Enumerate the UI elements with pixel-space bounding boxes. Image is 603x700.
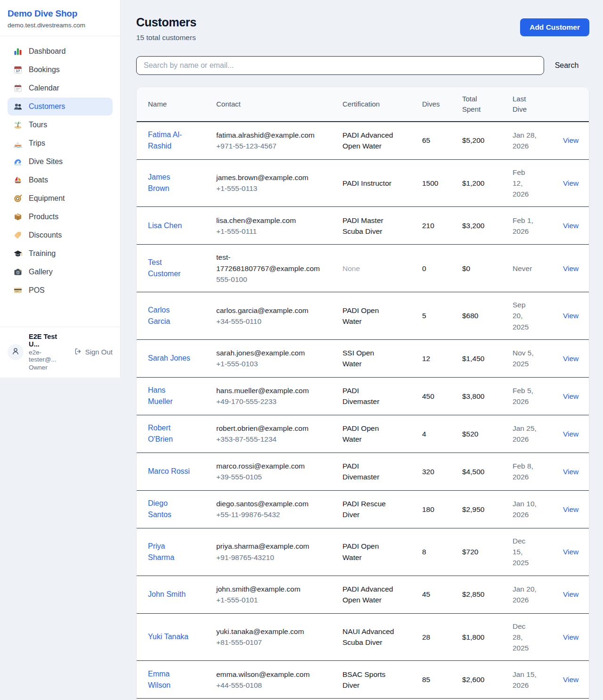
customer-certification: PADI Rescue Diver (342, 491, 401, 527)
customer-name-link[interactable]: Yuki Tanaka (148, 631, 188, 642)
view-link[interactable]: View (563, 633, 579, 641)
customer-certification: SSI Open Water (342, 340, 401, 377)
customer-dives: 0 (422, 256, 462, 281)
view-link[interactable]: View (563, 430, 579, 438)
brand-name: Demo Dive Shop (8, 8, 113, 19)
customer-last-dive: Feb 5, 2026 (513, 378, 543, 414)
customer-certification: PADI Open Water (342, 416, 401, 452)
customer-name-link[interactable]: Carlos Garcia (148, 305, 192, 327)
customer-phone: +1-555-0113 (216, 183, 337, 194)
sidebar-item-label: Trips (29, 139, 45, 148)
customer-certification: PADI Advanced Open Water (342, 123, 401, 159)
customer-email: robert.obrien@example.com (216, 423, 322, 434)
customer-email: john.smith@example.com (216, 584, 322, 594)
table-header-row: NameContactCertificationDivesTotal Spent… (137, 87, 589, 122)
customer-dives: 85 (422, 667, 462, 692)
customer-email: james.brown@example.com (216, 172, 322, 183)
sidebar-item-discounts[interactable]: Discounts (8, 226, 113, 244)
view-link[interactable]: View (563, 264, 579, 272)
sidebar-item-calendar[interactable]: Calendar (8, 79, 113, 97)
sign-out-button[interactable]: Sign Out (74, 347, 113, 357)
customer-dives: 320 (422, 459, 462, 484)
sidebar-item-training[interactable]: Training (8, 245, 113, 263)
view-link[interactable]: View (563, 222, 579, 230)
customer-total-spent: $2,600 (462, 667, 513, 692)
view-link[interactable]: View (563, 136, 579, 144)
sidebar-item-pos[interactable]: POS (8, 281, 113, 299)
discounts-icon (13, 231, 23, 240)
view-link[interactable]: View (563, 354, 579, 362)
customer-total-spent: $3,800 (462, 384, 513, 409)
sidebar-item-tours[interactable]: Tours (8, 116, 113, 134)
customer-last-dive: Feb 8, 2026 (513, 453, 543, 490)
customer-name-link[interactable]: Robert O'Brien (148, 422, 192, 445)
sidebar-item-dive-sites[interactable]: Dive Sites (8, 153, 113, 171)
sidebar-item-boats[interactable]: Boats (8, 171, 113, 189)
view-link[interactable]: View (563, 505, 579, 513)
sidebar-item-bookings[interactable]: 17 Bookings (8, 61, 113, 79)
sidebar-item-products[interactable]: Products (8, 208, 113, 226)
customer-total-spent: $1,800 (462, 625, 513, 650)
sign-out-label: Sign Out (85, 348, 113, 356)
customer-phone: +49-170-555-2233 (216, 396, 337, 407)
customer-name-link[interactable]: Emma Wilson (148, 668, 192, 691)
customer-name-link[interactable]: James Brown (148, 172, 192, 194)
customer-certification: PADI Master Scuba Diver (342, 208, 401, 244)
add-customer-button[interactable]: Add Customer (520, 18, 589, 36)
dive-sites-icon (13, 157, 23, 166)
customer-email: diego.santos@example.com (216, 498, 322, 509)
view-link[interactable]: View (563, 312, 579, 320)
sidebar-item-gallery[interactable]: Gallery (8, 263, 113, 281)
table-row: Fatima Al-Rashid fatima.alrashid@example… (137, 122, 589, 160)
sidebar-item-label: Dive Sites (29, 157, 63, 166)
sidebar-item-trips[interactable]: Trips (8, 134, 113, 152)
customer-name-link[interactable]: Test Customer (148, 257, 192, 280)
customer-certification: NAUI Advanced Scuba Diver (342, 619, 401, 655)
customer-last-dive: Sep 20, 2025 (513, 292, 543, 339)
training-icon (13, 249, 23, 258)
customer-name-link[interactable]: Fatima Al-Rashid (148, 129, 192, 152)
sidebar-nav: Dashboard 17 Bookings Calendar Customers… (0, 36, 120, 305)
customer-name-link[interactable]: Hans Mueller (148, 385, 192, 407)
customer-certification: PADI Open Water (342, 534, 401, 570)
customer-name-link[interactable]: Priya Sharma (148, 541, 192, 563)
sidebar-item-label: POS (29, 286, 45, 295)
view-link[interactable]: View (563, 548, 579, 556)
table-row: Priya Sharma priya.sharma@example.com +9… (137, 528, 589, 576)
sidebar-item-customers[interactable]: Customers (8, 98, 113, 115)
svg-text:17: 17 (16, 69, 20, 73)
column-header-last-dive: Last Dive (513, 87, 532, 121)
customer-total-spent: $720 (462, 539, 513, 564)
customer-name-link[interactable]: John Smith (148, 589, 186, 600)
view-link[interactable]: View (563, 468, 579, 476)
column-header-actions (563, 98, 578, 111)
sidebar-item-dashboard[interactable]: Dashboard (8, 42, 113, 60)
view-link[interactable]: View (563, 392, 579, 400)
view-link[interactable]: View (563, 675, 579, 684)
customer-name-link[interactable]: Marco Rossi (148, 466, 190, 477)
search-button[interactable]: Search (544, 61, 589, 70)
column-header-total-spent: Total Spent (462, 87, 486, 121)
pos-icon (13, 286, 23, 295)
view-link[interactable]: View (563, 590, 579, 598)
customer-name-link[interactable]: Diego Santos (148, 498, 192, 520)
customer-dives: 28 (422, 625, 462, 650)
customer-dives: 8 (422, 539, 462, 564)
sidebar-item-equipment[interactable]: Equipment (8, 189, 113, 207)
customer-email: carlos.garcia@example.com (216, 305, 322, 316)
table-row: Emma Wilson emma.wilson@example.com +44-… (137, 661, 589, 699)
customer-name-link[interactable]: Sarah Jones (148, 353, 190, 364)
gallery-icon (13, 267, 23, 277)
customer-phone: +1-555-0103 (216, 358, 337, 369)
view-link[interactable]: View (563, 179, 579, 187)
user-name: E2E Test U... (29, 333, 69, 348)
customer-name-link[interactable]: Lisa Chen (148, 220, 182, 231)
customer-last-dive: Jan 10, 2026 (513, 491, 543, 527)
sidebar-item-label: Tours (29, 121, 47, 129)
search-input[interactable] (136, 56, 544, 75)
customer-total-spent: $1,450 (462, 346, 513, 371)
customer-dives: 4 (422, 421, 462, 446)
sidebar-item-label: Customers (29, 102, 65, 111)
table-row: Diego Santos diego.santos@example.com +5… (137, 491, 589, 528)
customer-phone: +81-555-0107 (216, 637, 337, 648)
